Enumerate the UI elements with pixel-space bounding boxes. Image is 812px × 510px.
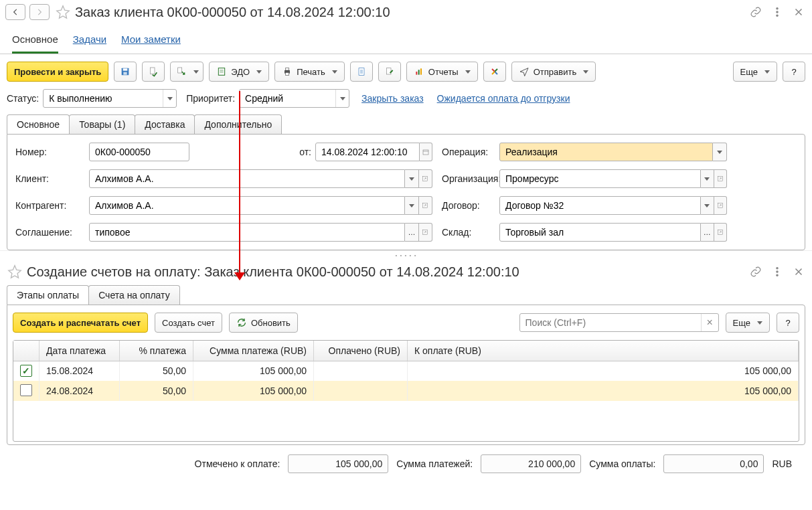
kebab-menu-button-2[interactable] [769, 264, 785, 280]
edit-doc-button[interactable] [378, 62, 401, 82]
pinwheel-icon [489, 66, 500, 77]
col-pct[interactable]: % платежа [120, 341, 193, 361]
print-button[interactable]: Печать [274, 62, 345, 82]
create-based-on-button[interactable] [170, 62, 204, 82]
nav-back-button[interactable] [5, 4, 25, 20]
close-button-2[interactable] [791, 264, 807, 280]
create-invoice-button[interactable]: Создать счет [155, 313, 222, 333]
counterparty-label: Контрагент: [15, 200, 89, 211]
row-checkbox[interactable] [20, 365, 32, 377]
priority-value[interactable] [239, 89, 349, 108]
operation-dropdown-button[interactable] [713, 143, 727, 161]
cell-sum: 105 000,00 [193, 381, 314, 401]
svg-rect-4 [123, 68, 128, 70]
paid-label: Сумма оплаты: [589, 458, 655, 469]
org-dropdown-button[interactable] [701, 169, 714, 188]
tab-notes[interactable]: Мои заметки [121, 29, 181, 54]
counterparty-dropdown-button[interactable] [405, 196, 418, 215]
marked-value: 105 000,00 [288, 454, 388, 473]
help-button-2[interactable]: ? [777, 313, 799, 333]
arrow-left-icon [11, 7, 20, 17]
agreement-pick-button[interactable]: … [405, 223, 418, 242]
more-button-2[interactable]: Еще [726, 313, 770, 333]
org-open-button[interactable] [714, 169, 727, 188]
help-button[interactable]: ? [783, 62, 805, 82]
client-open-button[interactable] [419, 169, 432, 188]
col-sum[interactable]: Сумма платежа (RUB) [193, 341, 314, 361]
post-button[interactable] [142, 62, 165, 82]
table-row[interactable]: 24.08.202450,00105 000,00105 000,00 [13, 381, 799, 401]
close-order-link[interactable]: Закрыть заказ [361, 93, 424, 104]
counterparty-input[interactable] [89, 196, 405, 215]
col-paid[interactable]: Оплачено (RUB) [314, 341, 408, 361]
send-button[interactable]: Отправить [511, 62, 596, 82]
submit-and-close-button[interactable]: Провести и закрыть [7, 62, 108, 82]
edo-button[interactable]: ЭДО [209, 62, 269, 82]
link-button-2[interactable] [748, 264, 764, 280]
link-button[interactable] [748, 4, 764, 20]
save-button[interactable] [114, 62, 137, 82]
warehouse-open-button[interactable] [714, 223, 727, 242]
refresh-button[interactable]: Обновить [229, 313, 298, 333]
status-select[interactable] [43, 89, 177, 108]
search-box[interactable]: × [519, 313, 719, 332]
caret-icon [757, 321, 762, 325]
row-checkbox[interactable] [20, 384, 32, 396]
subtab-invoices[interactable]: Счета на оплату [88, 285, 180, 305]
operation-select[interactable] [499, 143, 713, 161]
report-doc-button[interactable] [350, 62, 373, 82]
calendar-icon [422, 148, 430, 156]
number-input[interactable] [89, 143, 189, 161]
contract-input[interactable] [499, 196, 701, 215]
subtab-delivery[interactable]: Доставка [135, 114, 195, 134]
org-input[interactable] [499, 169, 701, 188]
agreement-open-button[interactable] [419, 223, 432, 242]
link-icon [750, 6, 762, 18]
number-label: Номер: [15, 147, 89, 157]
link-icon [750, 266, 762, 278]
search-clear-button[interactable]: × [701, 314, 718, 331]
priority-dropdown-button[interactable] [335, 90, 349, 107]
favorite-button[interactable] [54, 3, 72, 21]
status-dropdown-button[interactable] [163, 90, 176, 107]
priority-select[interactable] [239, 89, 349, 108]
subtab-extra[interactable]: Дополнительно [194, 114, 282, 134]
caret-icon [704, 204, 710, 207]
svg-rect-17 [423, 150, 428, 155]
activity-button[interactable] [483, 62, 506, 82]
contract-open-button[interactable] [714, 196, 727, 215]
calendar-button[interactable] [420, 143, 432, 161]
close-button[interactable] [791, 4, 807, 20]
payment-note-link[interactable]: Ожидается оплата до отгрузки [437, 93, 570, 104]
counterparty-open-button[interactable] [419, 196, 432, 215]
status-value[interactable] [43, 89, 177, 108]
tab-tasks[interactable]: Задачи [73, 29, 106, 54]
table-row[interactable]: 15.08.202450,00105 000,00105 000,00 [13, 361, 799, 381]
subtab-stages[interactable]: Этапы оплаты [7, 285, 89, 305]
more-button[interactable]: Еще [733, 62, 777, 82]
print-icon [282, 66, 293, 77]
client-dropdown-button[interactable] [405, 169, 418, 188]
subtab-main[interactable]: Основное [7, 114, 70, 134]
svg-point-0 [777, 8, 778, 9]
warehouse-pick-button[interactable]: … [701, 223, 714, 242]
send-label: Отправить [534, 67, 576, 77]
page-title: Заказ клиента 0К00-000050 от 14.08.2024 … [75, 5, 390, 20]
splitter-grip[interactable]: • • • • • [0, 250, 812, 260]
client-input[interactable] [89, 169, 405, 188]
kebab-menu-button[interactable] [769, 4, 785, 20]
col-topay[interactable]: К оплате (RUB) [408, 341, 799, 361]
agreement-input[interactable] [89, 223, 405, 242]
search-input[interactable] [520, 314, 701, 331]
warehouse-input[interactable] [499, 223, 701, 242]
nav-forward-button[interactable] [29, 4, 50, 20]
arrow-right-icon [35, 7, 44, 17]
tab-main[interactable]: Основное [12, 29, 58, 54]
date-input[interactable] [315, 143, 420, 161]
create-and-print-button[interactable]: Создать и распечатать счет [13, 313, 148, 333]
reports-button[interactable]: Отчеты [406, 62, 478, 82]
favorite-button-2[interactable] [5, 262, 24, 281]
subtab-goods[interactable]: Товары (1) [69, 114, 135, 134]
contract-dropdown-button[interactable] [701, 196, 714, 215]
col-date[interactable]: Дата платежа [39, 341, 120, 361]
